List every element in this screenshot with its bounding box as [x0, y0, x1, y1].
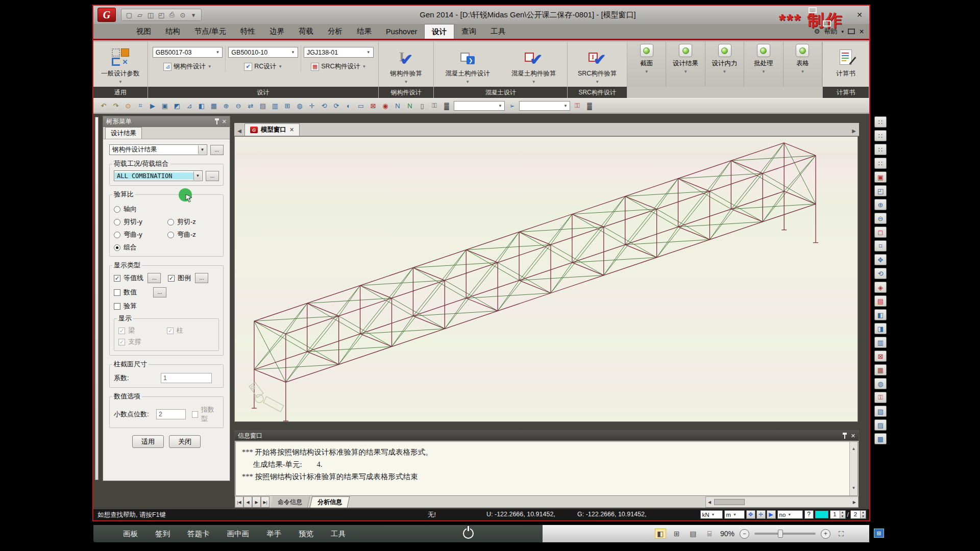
factor-input[interactable]	[161, 373, 212, 383]
pointer-icon[interactable]: ➢	[507, 101, 517, 111]
zoom-window-icon[interactable]: ▣	[874, 171, 887, 183]
beam-checkbox[interactable]: ✓梁	[118, 326, 167, 335]
menu-tools[interactable]: 工具	[483, 24, 512, 39]
menu-results[interactable]: 结果	[350, 24, 379, 39]
radio-shear-z[interactable]: 剪切-z	[167, 217, 219, 227]
menu-load[interactable]: 荷载	[291, 24, 321, 39]
horizontal-scrollbar[interactable]: ◀▶	[705, 496, 859, 508]
menu-design[interactable]: 设计	[424, 24, 454, 39]
steel-check-button[interactable]: I✔ 钢构件验算 ▼	[381, 44, 432, 87]
legend-checkbox[interactable]: ✓	[168, 275, 175, 282]
new-file-icon[interactable]: ▢	[125, 10, 134, 19]
activate-all-icon[interactable]: ⊞	[282, 101, 292, 111]
menu-query[interactable]: 查询	[454, 24, 483, 39]
first-tab-icon[interactable]: |◀	[235, 496, 243, 508]
brace-checkbox[interactable]: ✓支撑	[118, 337, 167, 346]
power-icon[interactable]	[463, 528, 474, 539]
design-result-button[interactable]: 设计结果 ▼	[666, 42, 705, 87]
check-checkbox[interactable]	[114, 303, 120, 310]
radio-bending-y[interactable]: 弯曲-y	[114, 230, 167, 239]
prev-tab-icon[interactable]: ◀	[243, 496, 252, 508]
print-icon[interactable]: ⎙	[167, 10, 177, 19]
menu-boundary[interactable]: 边界	[262, 24, 291, 39]
rc-design-button[interactable]: ✔ RC设计▼	[244, 62, 282, 71]
tab-scroll-left-icon[interactable]: ◀	[234, 126, 244, 136]
redraw-icon[interactable]: ▤	[874, 295, 887, 307]
display-icon[interactable]: ◍	[874, 378, 887, 389]
steel-design-button[interactable]: ⊿ 钢构件设计▼	[163, 62, 211, 71]
snap-mode-combo[interactable]: no▼	[777, 510, 803, 519]
grid-icon[interactable]: ▓	[584, 101, 595, 111]
render-view-icon[interactable]: ⊠	[368, 101, 378, 111]
dynamic-rotate-icon[interactable]: ⟲	[874, 268, 887, 279]
vertical-scrollbar[interactable]: ▲▼	[849, 442, 857, 495]
view-point-icon[interactable]: ◈	[874, 282, 887, 293]
design-force-button[interactable]: 设计内力 ▼	[705, 42, 744, 87]
redo-icon[interactable]: ↷	[111, 101, 121, 111]
select-intersect-icon[interactable]: ⊿	[184, 101, 194, 111]
steel-code-combo[interactable]: GB50017-03▼	[153, 47, 223, 58]
radio-combined[interactable]: 组合	[114, 243, 167, 252]
close-icon[interactable]: ✕	[851, 433, 855, 439]
dock-grid-icon[interactable]: ∷	[874, 116, 887, 128]
values-checkbox[interactable]	[114, 289, 120, 296]
hidden-view-icon[interactable]: ▥	[874, 337, 887, 348]
result-type-browse-button[interactable]: ...	[210, 145, 224, 155]
filter-combo[interactable]: ▼	[519, 101, 570, 111]
grid-snap-icon[interactable]: ▓	[442, 101, 452, 111]
display-option-icon[interactable]: ◉	[380, 101, 390, 111]
contour-options-button[interactable]: ...	[148, 273, 161, 283]
lock-model-icon[interactable]: ⚿	[429, 101, 439, 111]
zoom-in-icon[interactable]: ⊕	[874, 199, 887, 210]
taskbar-item[interactable]: 答题卡	[187, 529, 210, 539]
ucs-axis-icon[interactable]: ✛	[756, 510, 766, 519]
apply-button[interactable]: 适用	[132, 435, 164, 448]
monitor-icon[interactable]: ⌸	[704, 529, 715, 539]
pan-icon[interactable]: ✥	[874, 254, 887, 265]
close-button[interactable]: 关闭	[169, 435, 201, 448]
radio-shear-y[interactable]: 剪切-y	[114, 217, 167, 227]
tab-model-window[interactable]: G 模型窗口 ✕	[244, 123, 300, 136]
select-window-icon[interactable]: ▣	[160, 101, 170, 111]
grid-window-icon[interactable]: ▩	[874, 433, 887, 444]
length-unit-combo[interactable]: m▼	[724, 510, 745, 519]
legend-options-button[interactable]: ...	[195, 273, 208, 283]
save-icon[interactable]: ◰	[157, 10, 166, 19]
layout-icon[interactable]: ◧	[655, 529, 666, 539]
close-tab-icon[interactable]: ✕	[289, 127, 294, 133]
close-icon[interactable]: ✕	[222, 118, 227, 125]
result-type-combo[interactable]: 钢构件设计结果 ▼	[109, 144, 207, 155]
message-output[interactable]: *** 开始将按照钢结构设计标准验算的结果写成表格形式。 生成结果-单元: 4.…	[235, 441, 858, 496]
tab-analysis-message[interactable]: 分析信息	[310, 496, 350, 508]
overlay-window-icon[interactable]	[823, 20, 831, 27]
taskbar-item[interactable]: 画中画	[227, 529, 250, 539]
menu-properties[interactable]: 特性	[233, 24, 262, 39]
quickbar-customize-caret[interactable]: ▾	[189, 10, 198, 19]
select-tree-icon[interactable]: ⌗	[135, 101, 145, 111]
menu-structure[interactable]: 结构	[158, 24, 187, 39]
query-button[interactable]: ?	[804, 510, 814, 519]
rc-code-combo[interactable]: GB50010-10▼	[228, 47, 298, 58]
zoom-in-button[interactable]: +	[821, 529, 830, 539]
element-number-icon[interactable]: Ν	[405, 101, 415, 111]
column-checkbox[interactable]: ✓柱	[167, 326, 214, 335]
select-all-icon[interactable]: ⊕	[221, 101, 231, 111]
section-button[interactable]: 截面 ▼	[627, 42, 666, 87]
select-single-icon[interactable]: ⊙	[123, 101, 133, 111]
node-number-icon[interactable]: N	[393, 101, 403, 111]
restore-window-icon[interactable]	[848, 29, 855, 34]
src-code-combo[interactable]: JGJ138-01▼	[304, 47, 374, 58]
select-arrow-icon[interactable]: ▶	[148, 101, 158, 111]
force-unit-combo[interactable]: kN▼	[700, 510, 723, 519]
hidden-surface-icon[interactable]: ◐	[344, 101, 354, 111]
taskbar-item[interactable]: 画板	[123, 529, 138, 539]
zoom-fit-icon[interactable]: ◰	[874, 185, 887, 196]
model-viewport[interactable]	[234, 136, 858, 422]
print-preview-icon[interactable]: ⊙	[178, 10, 187, 19]
unselect-all-icon[interactable]: ⊖	[233, 101, 243, 111]
pin-icon[interactable]	[843, 433, 847, 439]
close-icon[interactable]: ✕	[854, 11, 865, 19]
dock-grid-icon[interactable]: ∷	[874, 130, 887, 141]
open-file-icon[interactable]: ▱	[135, 10, 144, 19]
general-design-params-button[interactable]: ✕ 一般设计参数 ▼	[95, 44, 145, 87]
